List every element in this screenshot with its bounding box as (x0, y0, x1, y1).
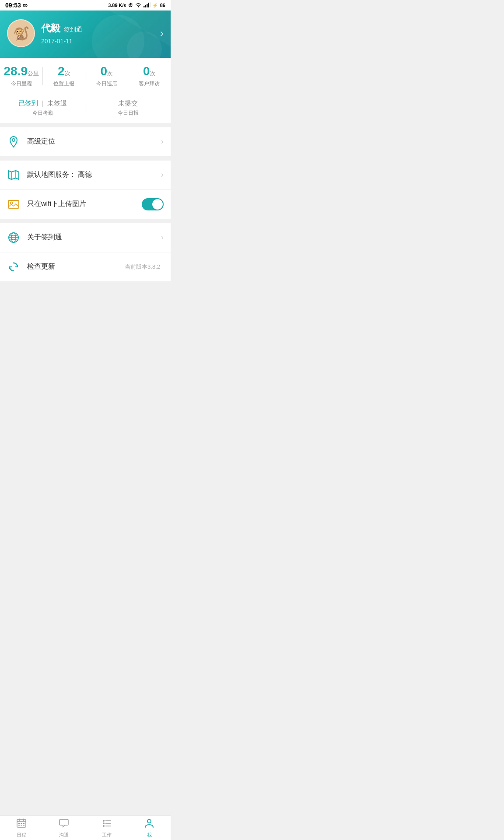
svg-rect-3 (147, 4, 148, 7)
not-submitted-label: 未提交 (118, 99, 138, 107)
stat-visit-unit: 次 (150, 70, 156, 77)
menu-item-about[interactable]: 关于签到通 › (0, 223, 171, 252)
status-time: 09:53 (5, 2, 21, 9)
header-chevron-icon[interactable]: › (160, 27, 164, 39)
stat-distance: 28.9公里 今日里程 (0, 65, 43, 88)
not-signed-out-label: 未签退 (47, 99, 67, 107)
stat-patrol-number: 0次 (85, 65, 128, 78)
stat-patrol: 0次 今日巡店 (85, 65, 128, 88)
menu-section-1: 高级定位 › (0, 127, 171, 156)
attend-report-label: 今日日报 (85, 109, 171, 117)
menu-section-2: 默认地图服务： 高德 › 只在wifi下上传图片 (0, 161, 171, 219)
stat-location-unit: 次 (65, 70, 70, 77)
menu-item-wifi-upload[interactable]: 只在wifi下上传图片 (0, 190, 171, 219)
svg-point-13 (10, 202, 13, 204)
profile-date: 2017-01-11 (41, 38, 82, 45)
stat-visit-number: 0次 (128, 65, 171, 78)
toggle-knob (152, 199, 163, 210)
stat-patrol-label: 今日巡店 (85, 80, 128, 88)
wifi-icon (135, 2, 142, 8)
stat-distance-unit: 公里 (28, 70, 39, 77)
svg-rect-2 (145, 5, 146, 8)
menu-update-version: 当前版本3.8.2 (125, 263, 160, 271)
network-speed: 3.89 K/s (108, 3, 126, 8)
menu-map-label: 默认地图服务： 高德 (27, 170, 161, 179)
stat-visit-label: 客户拜访 (128, 80, 171, 88)
svg-point-8 (12, 139, 15, 141)
attendance-section: 已签到 | 未签退 今日考勤 未提交 今日日报 (0, 93, 171, 123)
stat-distance-number: 28.9公里 (0, 65, 43, 78)
profile-info: 代毅 签到通 2017-01-11 (41, 22, 82, 45)
attend-report[interactable]: 未提交 今日日报 (85, 99, 171, 117)
header-banner[interactable]: 🐒 代毅 签到通 2017-01-11 › (0, 10, 171, 58)
svg-rect-12 (8, 200, 19, 208)
profile-app-name: 签到通 (64, 26, 82, 34)
menu-location-chevron: › (161, 137, 164, 146)
infinity-icon: ∞ (23, 1, 28, 9)
menu-section-3: 关于签到通 › 检查更新 当前版本3.8.2 (0, 223, 171, 281)
signed-in-label: 已签到 (18, 99, 38, 107)
battery-level: 86 (160, 3, 165, 8)
stat-location-label: 位置上报 (43, 80, 86, 88)
clock-icon: ⏱ (128, 3, 133, 8)
svg-point-0 (138, 6, 139, 7)
image-icon (7, 198, 20, 211)
menu-about-chevron: › (161, 233, 164, 242)
stat-location-number: 2次 (43, 65, 86, 78)
attend-checkin-label: 今日考勤 (0, 109, 85, 117)
menu-wifi-upload-label: 只在wifi下上传图片 (27, 200, 142, 209)
stat-patrol-unit: 次 (107, 70, 113, 77)
status-right: 3.89 K/s ⏱ ⚡ 86 (108, 2, 165, 8)
wifi-upload-toggle[interactable] (142, 198, 164, 210)
attend-checkin[interactable]: 已签到 | 未签退 今日考勤 (0, 99, 85, 117)
svg-rect-1 (144, 6, 145, 7)
separator-1 (0, 123, 171, 127)
svg-rect-4 (148, 3, 149, 8)
svg-marker-7 (79, 10, 171, 58)
avatar: 🐒 (7, 19, 35, 47)
stat-distance-label: 今日里程 (0, 80, 43, 88)
charging-icon: ⚡ (152, 3, 158, 8)
separator-3 (0, 219, 171, 223)
separator-2 (0, 156, 171, 161)
menu-item-location[interactable]: 高级定位 › (0, 127, 171, 156)
menu-update-label: 检查更新 (27, 262, 125, 271)
location-icon (7, 135, 20, 148)
status-bar: 09:53 ∞ 3.89 K/s ⏱ ⚡ 86 (0, 0, 171, 10)
svg-marker-9 (8, 171, 19, 179)
menu-map-chevron: › (161, 170, 164, 179)
svg-rect-5 (150, 2, 150, 7)
profile-name-row: 代毅 签到通 (41, 22, 82, 35)
main-content: 🐒 代毅 签到通 2017-01-11 › 28.9公里 今日里程 2次 位置上… (0, 10, 171, 308)
profile-section: 🐒 代毅 签到通 2017-01-11 (7, 19, 82, 47)
map-icon (7, 168, 20, 182)
signal-icon (144, 2, 150, 8)
stat-location: 2次 位置上报 (43, 65, 86, 88)
status-left: 09:53 ∞ (5, 1, 28, 9)
profile-name: 代毅 (41, 22, 60, 35)
refresh-icon (7, 260, 20, 273)
attend-checkin-status: 已签到 | 未签退 (0, 99, 85, 108)
menu-item-update[interactable]: 检查更新 当前版本3.8.2 (0, 252, 171, 281)
stat-visit: 0次 客户拜访 (128, 65, 171, 88)
menu-location-label: 高级定位 (27, 137, 161, 146)
attend-report-status: 未提交 (85, 99, 171, 108)
globe-icon (7, 231, 20, 244)
menu-item-map[interactable]: 默认地图服务： 高德 › (0, 161, 171, 190)
menu-about-label: 关于签到通 (27, 233, 161, 242)
separator: | (42, 99, 44, 107)
